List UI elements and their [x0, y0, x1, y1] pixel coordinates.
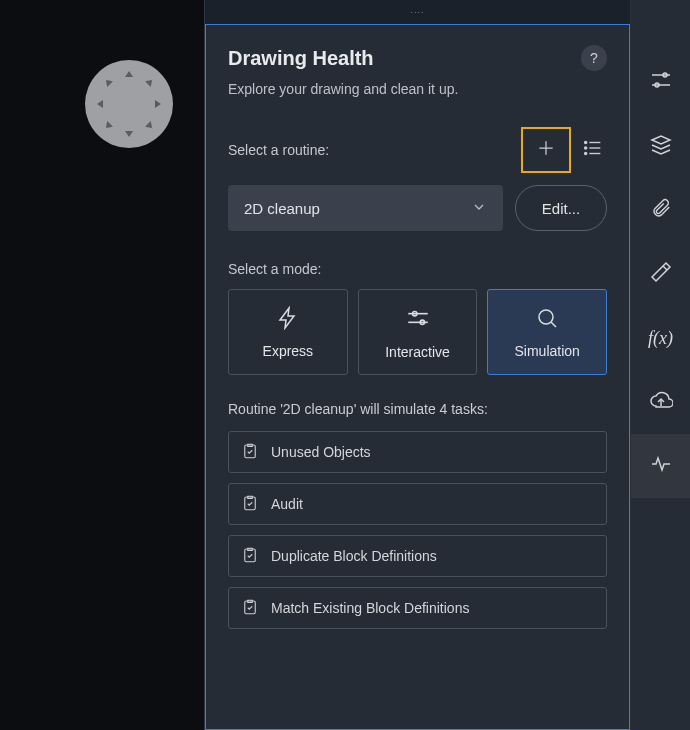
ruler-pencil-icon	[649, 260, 673, 288]
right-rail: f(x)	[630, 0, 690, 730]
task-label: Unused Objects	[271, 444, 371, 460]
select-routine-label: Select a routine:	[228, 142, 329, 158]
mode-label: Express	[263, 343, 314, 359]
rail-measure[interactable]	[631, 242, 691, 306]
compass-widget[interactable]	[85, 60, 173, 148]
compass-tick	[103, 121, 113, 131]
task-row[interactable]: Audit	[228, 483, 607, 525]
compass-tick	[125, 71, 133, 77]
chevron-down-icon	[471, 199, 487, 218]
clipboard-check-icon	[241, 598, 259, 619]
plus-icon	[536, 138, 556, 162]
canvas-area	[0, 0, 204, 730]
cloud-upload-icon	[649, 388, 673, 416]
clipboard-check-icon	[241, 546, 259, 567]
clipboard-check-icon	[241, 494, 259, 515]
task-label: Duplicate Block Definitions	[271, 548, 437, 564]
task-row[interactable]: Duplicate Block Definitions	[228, 535, 607, 577]
rail-drawing-health[interactable]	[631, 434, 691, 498]
compass-tick	[103, 77, 113, 87]
svg-point-5	[539, 310, 553, 324]
svg-point-2	[585, 152, 587, 154]
svg-point-1	[585, 147, 587, 149]
rail-layers[interactable]	[631, 114, 691, 178]
drawing-health-panel: ···· Drawing Health ? Explore your drawi…	[204, 0, 630, 730]
help-button[interactable]: ?	[581, 45, 607, 71]
rail-fx[interactable]: f(x)	[631, 306, 691, 370]
mode-express[interactable]: Express	[228, 289, 348, 375]
rail-attach[interactable]	[631, 178, 691, 242]
compass-tick	[97, 100, 103, 108]
panel-subtitle: Explore your drawing and clean it up.	[228, 81, 607, 97]
compass-tick	[145, 77, 155, 87]
bulleted-list-icon	[582, 137, 604, 163]
task-label: Match Existing Block Definitions	[271, 600, 469, 616]
task-label: Audit	[271, 496, 303, 512]
clipboard-check-icon	[241, 442, 259, 463]
task-row[interactable]: Unused Objects	[228, 431, 607, 473]
layers-icon	[649, 132, 673, 160]
task-row[interactable]: Match Existing Block Definitions	[228, 587, 607, 629]
compass-tick	[125, 131, 133, 137]
compass-tick	[155, 100, 161, 108]
mode-interactive[interactable]: Interactive	[358, 289, 478, 375]
panel-body: Drawing Health ? Explore your drawing an…	[205, 24, 630, 730]
drag-handle-icon[interactable]: ····	[205, 0, 630, 24]
select-mode-label: Select a mode:	[228, 261, 607, 277]
activity-icon	[649, 452, 673, 480]
mode-label: Interactive	[385, 344, 450, 360]
svg-point-0	[585, 141, 587, 143]
mode-simulation[interactable]: Simulation	[487, 289, 607, 375]
sliders-icon	[405, 305, 431, 334]
rail-settings[interactable]	[631, 50, 691, 114]
sliders-icon	[649, 68, 673, 96]
routine-select[interactable]: 2D cleanup	[228, 185, 503, 231]
magnifier-icon	[535, 306, 559, 333]
paperclip-icon	[650, 197, 672, 223]
edit-routine-button[interactable]: Edit...	[515, 185, 607, 231]
routine-list-button[interactable]	[579, 136, 607, 164]
routine-selected-value: 2D cleanup	[244, 200, 320, 217]
compass-tick	[145, 121, 155, 131]
rail-cloud-upload[interactable]	[631, 370, 691, 434]
fx-icon: f(x)	[648, 328, 673, 349]
add-routine-button[interactable]	[521, 127, 571, 173]
panel-title: Drawing Health	[228, 47, 374, 70]
mode-label: Simulation	[514, 343, 579, 359]
lightning-icon	[276, 306, 300, 333]
routine-summary: Routine '2D cleanup' will simulate 4 tas…	[228, 401, 607, 417]
